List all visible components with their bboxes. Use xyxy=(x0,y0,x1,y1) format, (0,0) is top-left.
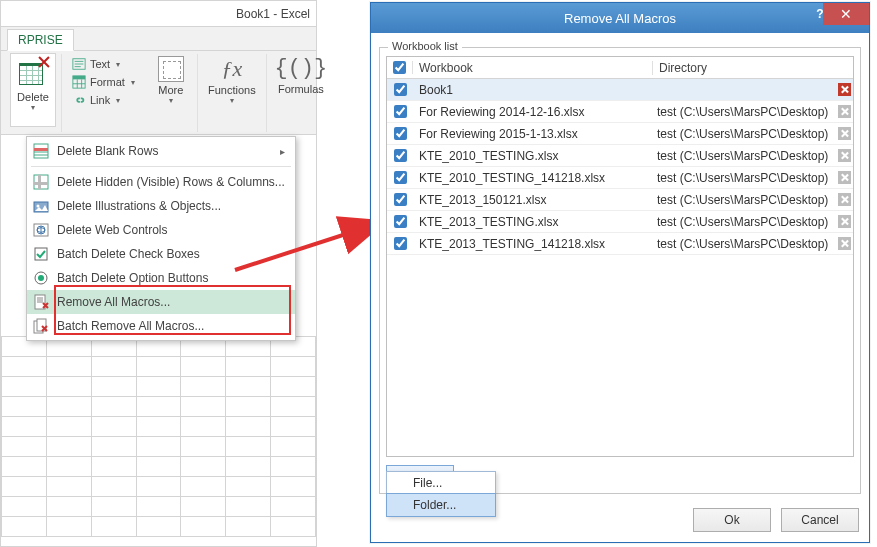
row-remove-button[interactable] xyxy=(838,193,851,206)
menu-item-icon xyxy=(33,246,49,262)
formulas-button-label: Formulas xyxy=(278,81,324,95)
menu-item-icon xyxy=(33,198,49,214)
menu-item[interactable]: Remove All Macros... xyxy=(27,290,295,314)
workbook-row[interactable]: For Reviewing 2014-12-16.xlsxtest (C:\Us… xyxy=(387,101,853,123)
menu-item[interactable]: Delete Blank Rows▸ xyxy=(27,139,295,163)
ribbon-group-text: Text ▾ Format ▾ Link ▾ xyxy=(62,54,145,132)
svg-rect-12 xyxy=(34,182,48,185)
row-workbook-name: For Reviewing 2015-1-13.xlsx xyxy=(413,127,651,141)
row-remove-cell xyxy=(835,215,853,228)
format-button[interactable]: Format ▾ xyxy=(68,74,139,90)
header-workbook[interactable]: Workbook xyxy=(413,61,653,75)
workbook-row[interactable]: KTE_2013_TESTING_141218.xlsxtest (C:\Use… xyxy=(387,233,853,255)
check-all-checkbox[interactable] xyxy=(393,61,406,74)
header-check-all[interactable] xyxy=(387,61,413,74)
row-remove-button[interactable] xyxy=(838,127,851,140)
chevron-down-icon: ▾ xyxy=(116,96,120,105)
close-button[interactable]: ✕ xyxy=(823,3,869,25)
row-remove-cell xyxy=(835,83,853,96)
row-checkbox-cell xyxy=(387,83,413,96)
workbook-row[interactable]: For Reviewing 2015-1-13.xlsxtest (C:\Use… xyxy=(387,123,853,145)
workbook-row[interactable]: KTE_2013_150121.xlsxtest (C:\Users\MarsP… xyxy=(387,189,853,211)
row-checkbox-cell xyxy=(387,171,413,184)
link-button[interactable]: Link ▾ xyxy=(68,92,139,108)
workbook-list-group: Workbook list Workbook Directory Book1Fo… xyxy=(379,47,861,494)
add-menu-item[interactable]: Folder... xyxy=(386,493,496,517)
row-checkbox[interactable] xyxy=(394,83,407,96)
row-workbook-name: KTE_2013_TESTING.xlsx xyxy=(413,215,651,229)
menu-item-label: Delete Web Controls xyxy=(57,223,168,237)
workbook-row[interactable]: KTE_2013_TESTING.xlsxtest (C:\Users\Mars… xyxy=(387,211,853,233)
row-workbook-name: KTE_2013_150121.xlsx xyxy=(413,193,651,207)
row-checkbox-cell xyxy=(387,237,413,250)
text-button[interactable]: Text ▾ xyxy=(68,56,139,72)
row-checkbox[interactable] xyxy=(394,105,407,118)
row-remove-button[interactable] xyxy=(838,105,851,118)
chevron-right-icon: ▸ xyxy=(280,146,285,157)
worksheet-grid[interactable] xyxy=(1,336,316,546)
workbook-row[interactable]: KTE_2010_TESTING.xlsxtest (C:\Users\Mars… xyxy=(387,145,853,167)
cancel-button[interactable]: Cancel xyxy=(781,508,859,532)
row-checkbox[interactable] xyxy=(394,193,407,206)
chevron-down-icon: ▾ xyxy=(31,103,35,112)
menu-item[interactable]: Batch Delete Check Boxes xyxy=(27,242,295,266)
dialog-button-row: Ok Cancel xyxy=(693,508,859,532)
ribbon-tab-enterprise[interactable]: RPRISE xyxy=(7,29,74,51)
row-checkbox-cell xyxy=(387,215,413,228)
row-directory: test (C:\Users\MarsPC\Desktop) xyxy=(651,105,835,119)
row-remove-button[interactable] xyxy=(838,215,851,228)
workbook-row[interactable]: Book1 xyxy=(387,79,853,101)
excel-titlebar: Book1 - Excel xyxy=(1,1,316,27)
row-directory: test (C:\Users\MarsPC\Desktop) xyxy=(651,127,835,141)
row-remove-button[interactable] xyxy=(838,83,851,96)
workbook-list-header: Workbook Directory xyxy=(387,57,853,79)
workbook-row[interactable]: KTE_2010_TESTING_141218.xlsxtest (C:\Use… xyxy=(387,167,853,189)
add-menu-item[interactable]: File... xyxy=(387,472,495,494)
menu-item[interactable]: Batch Remove All Macros... xyxy=(27,314,295,338)
functions-button[interactable]: ƒx Functions ▾ xyxy=(204,54,260,126)
chevron-down-icon: ▾ xyxy=(230,96,234,105)
dialog-titlebar[interactable]: Remove All Macros ? ✕ xyxy=(371,3,869,33)
text-icon xyxy=(72,57,86,71)
row-remove-button[interactable] xyxy=(838,237,851,250)
more-button-label: More xyxy=(158,82,183,96)
menu-item[interactable]: Delete Illustrations & Objects... xyxy=(27,194,295,218)
delete-button-label: Delete xyxy=(17,89,49,103)
ok-button[interactable]: Ok xyxy=(693,508,771,532)
row-checkbox[interactable] xyxy=(394,127,407,140)
row-checkbox[interactable] xyxy=(394,149,407,162)
chevron-down-icon: ▾ xyxy=(131,78,135,87)
functions-button-label: Functions xyxy=(208,82,256,96)
svg-rect-18 xyxy=(35,248,47,260)
menu-item-icon xyxy=(33,174,49,190)
row-checkbox-cell xyxy=(387,149,413,162)
row-remove-cell xyxy=(835,127,853,140)
format-button-label: Format xyxy=(90,76,125,88)
header-directory[interactable]: Directory xyxy=(653,61,853,75)
menu-item[interactable]: Delete Hidden (Visible) Rows & Columns..… xyxy=(27,170,295,194)
row-checkbox[interactable] xyxy=(394,215,407,228)
row-checkbox[interactable] xyxy=(394,171,407,184)
menu-item-label: Batch Delete Option Buttons xyxy=(57,271,208,285)
row-directory: test (C:\Users\MarsPC\Desktop) xyxy=(651,237,835,251)
row-remove-cell xyxy=(835,149,853,162)
ribbon-group-delete: Delete ▾ xyxy=(5,54,62,132)
delete-grid-icon xyxy=(17,57,49,89)
more-button[interactable]: More ▾ xyxy=(151,54,191,126)
formulas-button[interactable]: {()} Formulas xyxy=(273,54,329,126)
row-remove-button[interactable] xyxy=(838,171,851,184)
row-remove-button[interactable] xyxy=(838,149,851,162)
menu-item[interactable]: Batch Delete Option Buttons xyxy=(27,266,295,290)
menu-item-icon xyxy=(33,294,49,310)
braces-icon: {()} xyxy=(274,56,327,81)
row-checkbox[interactable] xyxy=(394,237,407,250)
menu-item-label: Batch Delete Check Boxes xyxy=(57,247,200,261)
delete-button[interactable]: Delete ▾ xyxy=(11,54,55,126)
more-icon xyxy=(158,56,184,82)
menu-item[interactable]: Delete Web Controls xyxy=(27,218,295,242)
groupbox-legend: Workbook list xyxy=(388,40,462,52)
row-directory: test (C:\Users\MarsPC\Desktop) xyxy=(651,193,835,207)
row-workbook-name: For Reviewing 2014-12-16.xlsx xyxy=(413,105,651,119)
workbook-list: Workbook Directory Book1For Reviewing 20… xyxy=(386,56,854,457)
menu-item-icon xyxy=(33,270,49,286)
